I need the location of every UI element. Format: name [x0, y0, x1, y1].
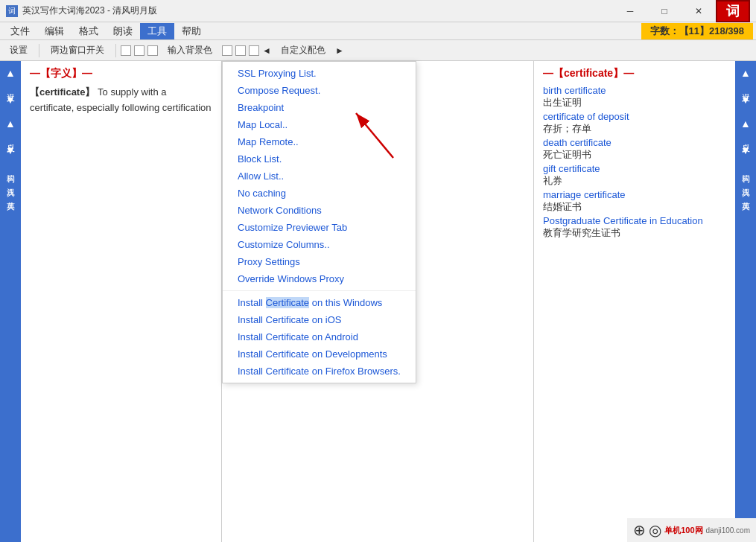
checkbox-1[interactable] [121, 45, 131, 56]
menu-read[interactable]: 朗读 [106, 23, 140, 39]
checkbox-5[interactable] [235, 45, 246, 56]
left-sidebar-up-arrow-2[interactable]: ▲ [5, 115, 16, 133]
red-logo: 词 [716, 0, 750, 22]
menu-install-windows[interactable]: Install Certificate on this Windows [223, 290, 416, 311]
title-bar: 词 英汉写作大词海2023 - 清风明月版 ─ □ ✕ 词 [0, 0, 756, 22]
menu-install-ios[interactable]: Install Certificate on iOS [223, 311, 416, 328]
logo-site: 单机100网 [664, 525, 702, 536]
menu-format[interactable]: 格式 [72, 23, 106, 39]
right-sidebar-up-arrow[interactable]: ▲ [740, 64, 751, 82]
collocation-section-title: —【certificate】— [543, 67, 726, 80]
dropdown-menu: SSL Proxying List. Compose Request. Brea… [222, 61, 416, 383]
custom-color-button[interactable]: 自定义配色 [274, 42, 332, 59]
menu-tools[interactable]: 工具 [140, 23, 174, 39]
collocation-deposit-en: certificate of deposit [543, 111, 726, 122]
collocation-birth-cn: 出生证明 [543, 96, 726, 109]
logo-circle-icon: ⊕ [633, 521, 646, 539]
collocation-gift: gift certificate 礼券 [543, 163, 726, 188]
collocation-marriage: marriage certificate 结婚证书 [543, 189, 726, 214]
left-sidebar-down-arrow-1[interactable]: ▼ [5, 91, 16, 109]
collocation-postgrad-cn: 教育学研究生证书 [543, 226, 726, 240]
collocation-gift-en: gift certificate [543, 163, 726, 174]
left-sidebar-反义[interactable]: 反义 [5, 134, 16, 140]
menu-customize-columns[interactable]: Customize Columns.. [223, 236, 416, 253]
left-panel: —【字义】— 【certificate】 To supply with a ce… [21, 61, 222, 542]
menu-help[interactable]: 帮助 [174, 23, 209, 39]
right-sidebar: ▲ 近义 ▼ ▲ 反义 ▼ 构词 汉典 英典 [735, 61, 756, 542]
menu-file[interactable]: 文件 [3, 23, 37, 39]
menu-map-remote[interactable]: Map Remote.. [223, 133, 416, 150]
middle-panel: SSL Proxying List. Compose Request. Brea… [222, 61, 534, 542]
collocation-death-cn: 死亡证明书 [543, 148, 726, 162]
left-sidebar-英典[interactable]: 英典 [5, 192, 16, 198]
menu-breakpoint[interactable]: Breakpoint [223, 99, 416, 116]
toolbar-separator-1 [39, 44, 39, 57]
left-sidebar-构词[interactable]: 构词 [5, 165, 16, 171]
right-panel: —【certificate】— birth certificate 出生证明 c… [534, 61, 735, 542]
menu-bar: 文件 编辑 格式 朗读 工具 帮助 字数：【11】218/398 [0, 22, 756, 40]
right-sidebar-反义[interactable]: 反义 [740, 134, 752, 140]
collocation-birth-en: birth certificate [543, 85, 726, 96]
bg-color-button[interactable]: 输入背景色 [161, 42, 219, 59]
right-sidebar-汉典[interactable]: 汉典 [740, 179, 752, 185]
main-layout: ▲ 近义 ▼ ▲ 反义 ▼ 构词 汉典 英典 —【字义】— 【certifica… [0, 61, 756, 542]
menu-allow-list[interactable]: Allow List.. [223, 168, 416, 185]
collocation-death: death certificate 死亡证明书 [543, 137, 726, 162]
checkbox-4[interactable] [222, 45, 232, 56]
collocation-postgrad-en: Postgraduate Certificate in Education [543, 215, 726, 226]
toolbar: 设置 两边窗口开关 输入背景色 ◄ 自定义配色 ► [0, 40, 756, 61]
settings-button[interactable]: 设置 [3, 42, 34, 59]
arrow-icon: ◄ [262, 45, 271, 56]
right-sidebar-down-arrow-1[interactable]: ▼ [740, 91, 751, 109]
checkbox-3[interactable] [147, 45, 158, 56]
word-count-badge: 字数：【11】218/398 [641, 23, 753, 39]
menu-no-caching[interactable]: No caching [223, 185, 416, 202]
app-icon: 词 [6, 5, 18, 17]
minimize-button[interactable]: ─ [613, 0, 647, 22]
app-title: 英汉写作大词海2023 - 清风明月版 [22, 4, 613, 17]
menu-install-android[interactable]: Install Certificate on Android [223, 328, 416, 345]
collocation-deposit: certificate of deposit 存折；存单 [543, 111, 726, 136]
menu-compose-request[interactable]: Compose Request. [223, 82, 416, 99]
maximize-button[interactable]: □ [647, 0, 682, 22]
right-sidebar-构词[interactable]: 构词 [740, 165, 752, 171]
menu-network-conditions[interactable]: Network Conditions [223, 202, 416, 219]
collocation-death-en: death certificate [543, 137, 726, 148]
checkbox-2[interactable] [134, 45, 144, 56]
toolbar-separator-2 [115, 44, 116, 57]
logo-icon-2: ◎ [649, 521, 661, 539]
collocation-deposit-cn: 存折；存单 [543, 122, 726, 136]
window-controls: ─ □ ✕ [613, 0, 716, 22]
menu-edit[interactable]: 编辑 [37, 23, 72, 39]
collocation-postgrad: Postgraduate Certificate in Education 教育… [543, 215, 726, 240]
collocation-marriage-en: marriage certificate [543, 189, 726, 200]
menu-map-local[interactable]: Map Local.. [223, 116, 416, 133]
left-sidebar-汉典[interactable]: 汉典 [5, 179, 16, 185]
menu-ssl-proxying[interactable]: SSL Proxying List. [223, 65, 416, 82]
definition-text: 【certificate】 To supply with a certifica… [30, 85, 212, 116]
right-sidebar-近义[interactable]: 近义 [740, 83, 752, 89]
left-sidebar-近义[interactable]: 近义 [5, 83, 16, 89]
definition-section-title: —【字义】— [30, 67, 212, 80]
left-sidebar-down-arrow-2[interactable]: ▼ [5, 141, 16, 159]
right-sidebar-down-arrow-2[interactable]: ▼ [740, 141, 751, 159]
close-button[interactable]: ✕ [682, 0, 716, 22]
left-sidebar-up-arrow[interactable]: ▲ [5, 64, 16, 82]
checkbox-6[interactable] [249, 45, 259, 56]
menu-install-firefox[interactable]: Install Certificate on Firefox Browsers. [223, 363, 416, 380]
bottom-logo: ⊕ ◎ 单机100网 danji100.com [627, 518, 756, 542]
menu-block-list[interactable]: Block List. [223, 150, 416, 168]
collocation-marriage-cn: 结婚证书 [543, 200, 726, 214]
highlight-certificate: Certificate [266, 297, 310, 308]
left-sidebar: ▲ 近义 ▼ ▲ 反义 ▼ 构词 汉典 英典 [0, 61, 21, 542]
right-sidebar-up-arrow-2[interactable]: ▲ [740, 115, 751, 133]
collocation-birth: birth certificate 出生证明 [543, 85, 726, 109]
arrow-icon-2: ► [335, 45, 344, 56]
menu-override-proxy[interactable]: Override Windows Proxy [223, 270, 416, 287]
menu-install-developments[interactable]: Install Certificate on Developments [223, 345, 416, 363]
logo-url: danji100.com [706, 526, 750, 535]
right-sidebar-英典[interactable]: 英典 [740, 192, 752, 198]
menu-customize-previewer[interactable]: Customize Previewer Tab [223, 219, 416, 236]
menu-proxy-settings[interactable]: Proxy Settings [223, 253, 416, 270]
toggle-button[interactable]: 两边窗口开关 [44, 42, 111, 59]
